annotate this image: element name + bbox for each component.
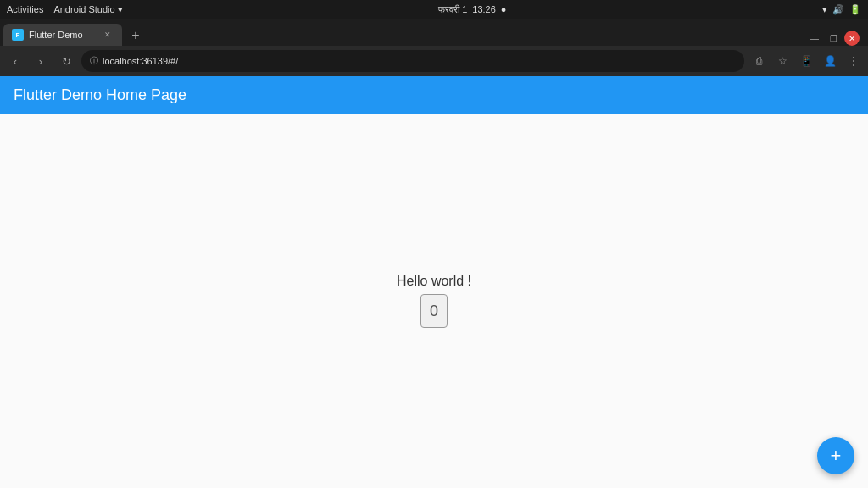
tab-close-button[interactable]: ✕ <box>102 29 114 41</box>
time-label: 13:26 <box>472 4 496 14</box>
user-button[interactable]: 👤 <box>821 52 839 70</box>
fab-button[interactable]: + <box>817 437 854 474</box>
status-dot: ● <box>501 4 507 14</box>
browser-addressbar: ‹ › ↻ ⓘ localhost:36139/#/ ⎙ ☆ 📱 👤 ⋮ <box>0 46 868 76</box>
minimize-button[interactable]: — <box>807 30 822 46</box>
browser-chrome: F Flutter Demo ✕ + — ❐ ✕ ‹ › ↻ ⓘ localho… <box>0 19 868 76</box>
menu-button[interactable]: ⋮ <box>844 52 863 70</box>
share-button[interactable]: ⎙ <box>749 52 768 70</box>
os-topbar-center: फरवरी 1 13:26 ● <box>438 4 506 15</box>
activities-label[interactable]: Activities <box>7 4 43 14</box>
volume-icon: 🔊 <box>832 4 844 15</box>
url-text: localhost:36139/#/ <box>103 56 178 66</box>
new-tab-button[interactable]: + <box>125 25 146 46</box>
counter-value: 0 <box>420 294 448 328</box>
flutter-appbar: Flutter Demo Home Page <box>0 76 868 114</box>
hello-world-text: Hello world ! <box>397 274 471 289</box>
flutter-app: Flutter Demo Home Page Hello world ! 0 + <box>0 76 868 488</box>
browser-tab[interactable]: F Flutter Demo ✕ <box>3 24 122 46</box>
tab-title: Flutter Demo <box>29 30 83 40</box>
wifi-icon: ▾ <box>822 4 827 15</box>
close-button[interactable]: ✕ <box>844 30 860 46</box>
date-label: फरवरी 1 <box>438 4 467 15</box>
android-studio-label[interactable]: Android Studio ▾ <box>53 4 122 15</box>
phone-icon[interactable]: 📱 <box>797 52 815 70</box>
battery-icon: 🔋 <box>849 4 861 15</box>
tabbar-right-controls: — ❐ ✕ <box>802 30 865 46</box>
addressbar-right: ⎙ ☆ 📱 👤 ⋮ <box>749 52 863 70</box>
bookmark-button[interactable]: ☆ <box>773 52 792 70</box>
forward-button[interactable]: › <box>31 51 51 71</box>
browser-tabbar: F Flutter Demo ✕ + — ❐ ✕ <box>0 19 868 46</box>
flutter-appbar-title: Flutter Demo Home Page <box>14 86 186 104</box>
reload-button[interactable]: ↻ <box>56 51 76 71</box>
os-topbar-right: ▾ 🔊 🔋 <box>822 4 861 15</box>
os-topbar: Activities Android Studio ▾ फरवरी 1 13:2… <box>0 0 868 19</box>
maximize-button[interactable]: ❐ <box>826 30 841 46</box>
back-button[interactable]: ‹ <box>5 51 25 71</box>
lock-icon: ⓘ <box>90 55 98 67</box>
flutter-content: Hello world ! 0 <box>0 114 868 488</box>
address-box[interactable]: ⓘ localhost:36139/#/ <box>81 50 744 72</box>
os-topbar-left: Activities Android Studio ▾ <box>7 4 123 15</box>
tab-favicon: F <box>12 29 24 41</box>
